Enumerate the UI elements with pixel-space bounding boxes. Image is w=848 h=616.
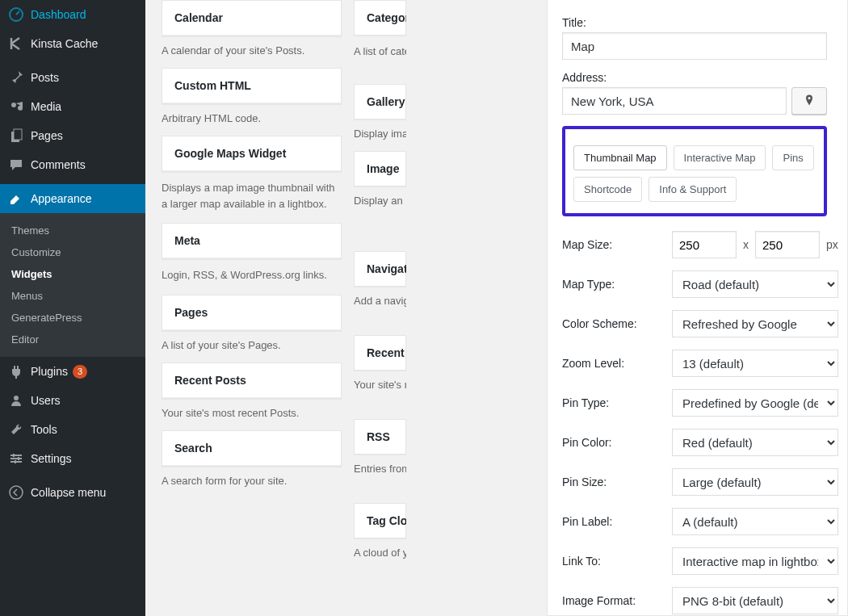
widget-title: Pages [162, 295, 341, 330]
subnav-widgets[interactable]: Widgets [0, 263, 145, 285]
widget-title: Categories [355, 1, 405, 35]
nav-posts[interactable]: Posts [0, 63, 145, 92]
map-size-label: Map Size: [562, 238, 667, 251]
widget-nav[interactable]: Navigation [354, 251, 406, 287]
address-input[interactable] [562, 87, 787, 115]
plugins-badge: 3 [73, 365, 87, 379]
color-scheme-select[interactable]: Refreshed by Google [672, 310, 838, 337]
tab-shortcode[interactable]: Shortcode [573, 177, 642, 202]
collapse-icon [8, 484, 24, 501]
dashboard-icon [8, 6, 24, 23]
subnav-editor[interactable]: Editor [0, 329, 145, 350]
nav-tools[interactable]: Tools [0, 415, 145, 444]
svg-rect-3 [14, 129, 22, 140]
svg-rect-8 [13, 454, 15, 457]
nav-plugins[interactable]: Plugins 3 [0, 357, 145, 386]
locate-button[interactable] [791, 87, 827, 115]
nav-kinsta[interactable]: Kinsta Cache [0, 29, 145, 58]
title-input[interactable] [562, 32, 827, 60]
widget-recent-comments[interactable]: Recent Comments [354, 335, 406, 371]
subnav-themes[interactable]: Themes [0, 220, 145, 241]
widget-desc: Entries from any RSS or Atom feed. [354, 463, 406, 495]
link-to-select[interactable]: Interactive map in lightbox (default) [672, 547, 838, 575]
widget-title: Tag Cloud [355, 504, 405, 538]
map-type-select[interactable]: Road (default) [672, 270, 838, 298]
nav-label: Pages [31, 129, 63, 142]
svg-rect-9 [18, 457, 19, 460]
nav-label: Plugins [31, 365, 68, 378]
widget-desc: A list of categories. [354, 44, 406, 76]
widget-custom-html[interactable]: Custom HTML [162, 68, 342, 104]
widget-image[interactable]: Image [354, 151, 406, 186]
zoom-select[interactable]: 13 (default) [672, 350, 838, 377]
svg-rect-10 [15, 460, 16, 463]
svg-rect-6 [10, 458, 22, 459]
svg-point-4 [14, 396, 19, 400]
svg-point-11 [10, 486, 23, 499]
appearance-submenu: Themes Customize Widgets Menus GenerateP… [0, 213, 145, 357]
admin-sidebar: Dashboard Kinsta Cache Posts Media Pages [0, 0, 145, 616]
widget-gallery[interactable]: Gallery [354, 84, 406, 119]
nav-pages[interactable]: Pages [0, 121, 145, 150]
widget-col-right: Categories A list of categories. Gallery… [354, 0, 406, 562]
pin-type-select[interactable]: Predefined by Google (default) [672, 389, 838, 417]
widget-desc: Add a navigation menu to your sidebar. [354, 295, 406, 327]
users-icon [8, 392, 24, 409]
widget-desc: Login, RSS, & WordPress.org links. [162, 267, 342, 287]
pin-label-select[interactable]: A (default) [672, 508, 838, 535]
pin-color-select[interactable]: Red (default) [672, 429, 838, 456]
nav-appearance[interactable]: Appearance [0, 184, 145, 213]
nav-dashboard[interactable]: Dashboard [0, 0, 145, 29]
widget-calendar[interactable]: Calendar [162, 0, 342, 36]
svg-rect-5 [10, 455, 22, 456]
image-format-select[interactable]: PNG 8-bit (default) [672, 587, 838, 614]
widget-desc: Displays a map image thumbnail with a la… [162, 180, 342, 215]
pin-icon [8, 69, 24, 86]
content-area: Calendar A calendar of your site's Posts… [145, 0, 848, 616]
height-input[interactable] [755, 231, 820, 258]
pin-size-select[interactable]: Large (default) [672, 468, 838, 496]
widget-col-left: Calendar A calendar of your site's Posts… [162, 0, 342, 562]
nav-label: Comments [31, 158, 86, 171]
widget-rss[interactable]: RSS [354, 419, 406, 455]
media-icon [8, 98, 24, 115]
nav-label: Kinsta Cache [31, 37, 98, 50]
widget-recent-posts[interactable]: Recent Posts [162, 362, 342, 399]
widget-meta[interactable]: Meta [162, 223, 342, 259]
nav-label: Settings [31, 452, 72, 465]
subnav-menus[interactable]: Menus [0, 285, 145, 307]
pages-icon [8, 128, 24, 144]
widget-pages[interactable]: Pages [162, 295, 342, 331]
tools-icon [8, 421, 24, 438]
pin-color-label: Pin Color: [562, 436, 667, 449]
widget-google-maps[interactable]: Google Maps Widget [162, 136, 342, 172]
widget-title: Recent Posts [162, 363, 341, 398]
subnav-customize[interactable]: Customize [0, 241, 145, 263]
color-scheme-label: Color Scheme: [562, 317, 667, 330]
tab-info[interactable]: Info & Support [649, 177, 737, 202]
widget-title: RSS [355, 420, 405, 454]
nav-settings[interactable]: Settings [0, 444, 145, 473]
widget-title: Custom HTML [162, 69, 341, 103]
width-input[interactable] [672, 231, 737, 258]
widget-desc: Arbitrary HTML code. [162, 112, 342, 128]
widget-desc: A list of your site's Pages. [162, 339, 342, 354]
tab-pins[interactable]: Pins [772, 145, 813, 170]
nav-label: Users [31, 394, 61, 407]
nav-collapse[interactable]: Collapse menu [0, 478, 145, 507]
widget-search[interactable]: Search [162, 430, 342, 467]
nav-label: Posts [31, 71, 59, 84]
kinsta-icon [8, 36, 24, 52]
nav-media[interactable]: Media [0, 92, 145, 121]
nav-comments[interactable]: Comments [0, 150, 145, 179]
tabset: Thumbnail Map Interactive Map Pins Short… [562, 126, 827, 216]
tab-interactive[interactable]: Interactive Map [674, 145, 766, 170]
pin-type-label: Pin Type: [562, 396, 667, 409]
nav-users[interactable]: Users [0, 386, 145, 415]
widget-categories[interactable]: Categories [354, 0, 406, 36]
widget-tag-cloud[interactable]: Tag Cloud [354, 503, 406, 538]
tab-thumbnail[interactable]: Thumbnail Map [573, 145, 667, 170]
subnav-genpress[interactable]: GeneratePress [0, 307, 145, 329]
widget-title: Calendar [162, 1, 341, 36]
widget-title: Gallery [355, 85, 405, 119]
